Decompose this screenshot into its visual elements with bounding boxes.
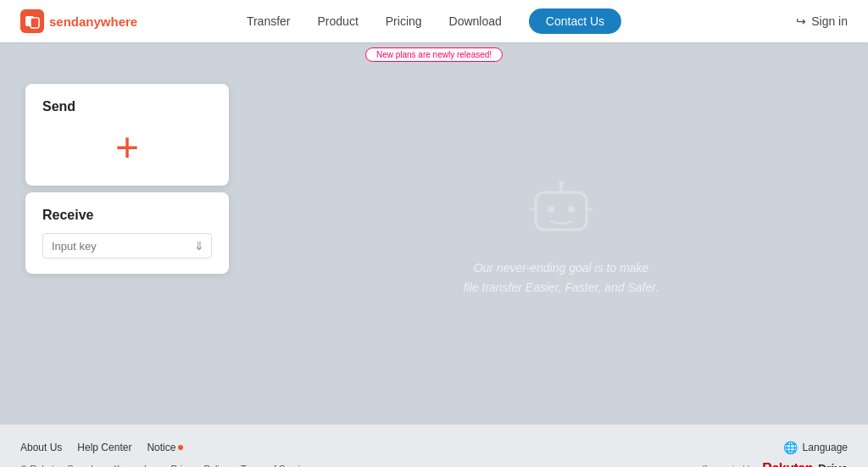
footer-copy: © Rakuten Symphony Korea, Inc. Privacy P…	[20, 464, 310, 468]
drive-text: Drive	[818, 462, 848, 468]
left-panel: Send + Receive ⇓	[0, 67, 254, 424]
key-input-row: ⇓	[42, 233, 212, 259]
footer: About Us Help Center Notice 🌐 Language ©…	[0, 424, 868, 467]
tagline-line2: file transfer Easier, Faster, and Safer.	[464, 278, 659, 297]
robot-icon	[527, 177, 595, 245]
tagline-line1: Our never-ending goal is to make	[464, 259, 659, 277]
nav-transfer[interactable]: Transfer	[247, 14, 291, 28]
footer-bottom: © Rakuten Symphony Korea, Inc. Privacy P…	[20, 461, 848, 468]
tagline: Our never-ending goal is to make file tr…	[464, 259, 659, 297]
announcement-bar: New plans are newly released!	[0, 42, 868, 67]
footer-help-center[interactable]: Help Center	[77, 442, 131, 453]
notice-dot	[178, 445, 183, 450]
send-card-title: Send	[42, 99, 212, 114]
nav-pricing[interactable]: Pricing	[386, 14, 422, 28]
download-icon[interactable]: ⇓	[194, 239, 204, 253]
svg-point-4	[548, 206, 554, 213]
center-area: Our never-ending goal is to make file tr…	[254, 67, 868, 424]
logo-text: sendanywhere	[49, 14, 137, 29]
logo-icon	[20, 9, 44, 33]
sign-in-icon: ↪	[796, 14, 806, 28]
language-button[interactable]: 🌐 Language	[783, 441, 848, 454]
key-input[interactable]	[52, 240, 194, 253]
footer-top: About Us Help Center Notice 🌐 Language	[20, 441, 848, 454]
globe-icon: 🌐	[783, 441, 798, 454]
nav-download[interactable]: Download	[449, 14, 502, 28]
svg-point-5	[568, 206, 575, 213]
terms-link[interactable]: Terms of Service	[241, 464, 310, 468]
receive-card: Receive ⇓	[25, 192, 229, 274]
svg-point-7	[559, 181, 564, 186]
rakuten-logo: Rakuten	[762, 461, 813, 468]
main-content: Send + Receive ⇓ Our never-ending goal i…	[0, 67, 868, 424]
announcement-badge: New plans are newly released!	[365, 47, 503, 62]
footer-about-us[interactable]: About Us	[20, 442, 62, 453]
privacy-policy-link[interactable]: Privacy Policy	[170, 464, 228, 468]
contact-us-button[interactable]: Contact Us	[529, 8, 621, 34]
main-nav: Transfer Product Pricing Download Contac…	[247, 8, 621, 34]
logo[interactable]: sendanywhere	[20, 9, 137, 33]
svg-rect-2	[31, 18, 39, 28]
rakuten-area: Supported by Rakuten Drive	[702, 461, 848, 468]
header: sendanywhere Transfer Product Pricing Do…	[0, 0, 868, 42]
add-file-button[interactable]: +	[42, 125, 212, 170]
nav-product[interactable]: Product	[318, 14, 359, 28]
footer-links: About Us Help Center Notice	[20, 442, 183, 453]
send-card: Send +	[25, 84, 229, 186]
copyright-text: © Rakuten Symphony Korea, Inc.	[20, 464, 159, 468]
supported-by-text: Supported by	[702, 464, 757, 468]
sign-in-label: Sign in	[811, 14, 848, 28]
sign-in-area[interactable]: ↪ Sign in	[796, 14, 848, 28]
receive-card-title: Receive	[42, 208, 212, 223]
footer-notice[interactable]: Notice	[147, 442, 183, 453]
language-label: Language	[803, 442, 848, 453]
